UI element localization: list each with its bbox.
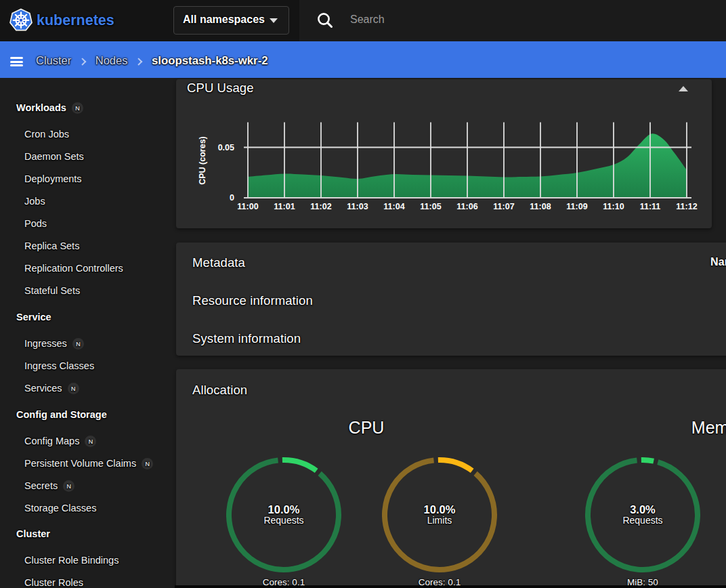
- svg-text:11:03: 11:03: [347, 202, 368, 211]
- svg-text:11:11: 11:11: [640, 202, 661, 211]
- svg-text:0.05: 0.05: [218, 143, 234, 152]
- svg-text:11:09: 11:09: [566, 202, 587, 211]
- svg-text:11:06: 11:06: [456, 202, 477, 211]
- svg-text:0: 0: [230, 193, 234, 203]
- svg-text:11:10: 11:10: [603, 202, 624, 211]
- svg-text:11:12: 11:12: [676, 202, 697, 211]
- svg-text:11:08: 11:08: [530, 202, 551, 211]
- svg-text:11:04: 11:04: [383, 202, 404, 211]
- svg-text:11:05: 11:05: [420, 202, 441, 211]
- svg-text:CPU (cores): CPU (cores): [198, 136, 207, 185]
- svg-text:11:00: 11:00: [237, 202, 258, 211]
- svg-text:11:07: 11:07: [493, 202, 514, 211]
- svg-text:11:02: 11:02: [310, 202, 331, 211]
- svg-text:11:01: 11:01: [274, 202, 295, 211]
